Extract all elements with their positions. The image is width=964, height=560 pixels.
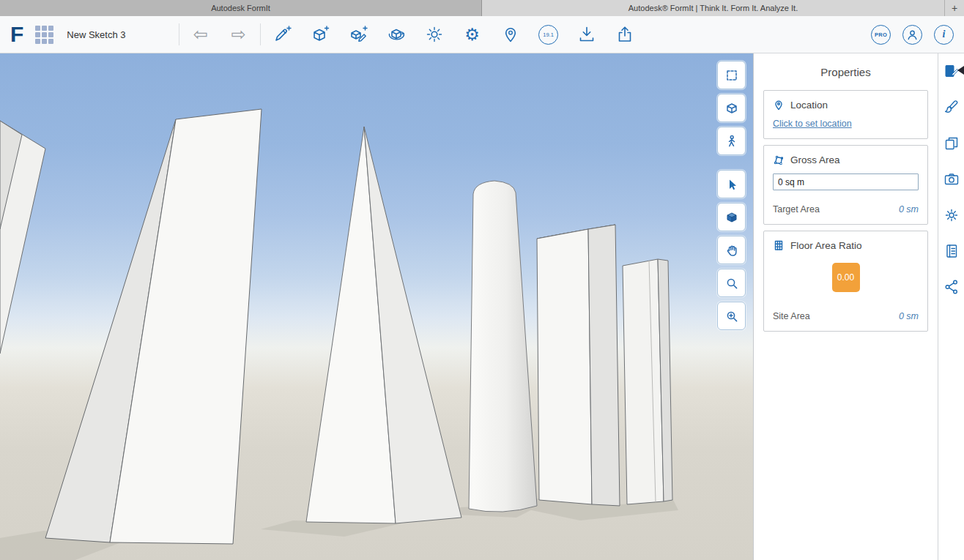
download-icon [577,25,596,44]
building-sliver [0,121,45,354]
materials-tab[interactable] [942,98,961,117]
pro-badge-button[interactable]: PRO [871,25,891,45]
draw-tool-button[interactable] [270,22,294,47]
magnifier-plus-icon [724,309,739,324]
pan-tool-button[interactable] [717,236,746,264]
add-primitive-button[interactable] [308,22,333,47]
import-button[interactable] [574,22,599,47]
location-header: Location [764,91,927,116]
info-icon: i [943,29,946,40]
sun-settings-icon [943,206,960,224]
site-area-value: 0 sm [899,311,919,321]
site-area-row: Site Area 0 sm [764,295,927,331]
notebook-icon [943,242,960,260]
redo-icon: ⇨ [231,26,245,43]
sketch-cube-icon [349,25,368,44]
target-area-label: Target Area [773,204,820,214]
properties-panel: Properties Location Click to set locatio… [753,53,938,560]
user-icon [906,29,919,41]
scenes-tab[interactable] [942,170,961,189]
materials-brush-icon [943,99,960,116]
palette-gap [717,160,746,165]
version-button[interactable]: 19.1 [536,22,561,47]
notebook-tab[interactable] [942,242,961,261]
sun-settings-tab[interactable] [942,206,961,225]
cursor-icon [724,177,739,192]
export-share-icon [615,25,634,44]
far-value-badge: 0.00 [832,263,860,292]
building-pyramid [306,127,461,523]
gross-area-label: Gross Area [790,154,840,165]
share-tab[interactable] [942,277,961,296]
sun-icon [425,25,444,44]
solid-cube-icon [724,210,739,225]
far-label: Floor Area Ratio [790,240,862,251]
sketch-cube-button[interactable] [346,22,371,47]
gross-area-header: Gross Area [764,146,927,171]
target-area-row: Target Area 0 sm [764,193,927,224]
view-tools-palette [717,61,746,330]
browser-tab-active[interactable]: Autodesk® FormIt | Think It. Form It. An… [482,0,944,16]
gross-area-icon [773,154,785,165]
set-location-link[interactable]: Click to set location [764,116,927,138]
building-obelisk-large [45,109,262,544]
tab-title: Autodesk® FormIt | Think It. Form It. An… [629,4,798,12]
browser-tab-inactive[interactable]: Autodesk FormIt [0,0,482,16]
tab-title: Autodesk FormIt [211,4,270,12]
zoom-button[interactable] [717,269,746,297]
model-canvas[interactable] [0,53,753,560]
site-area-label: Site Area [773,311,810,321]
redo-button[interactable]: ⇨ [226,22,251,47]
settings-button[interactable]: ⚙ [460,22,485,47]
location-pin-icon [501,25,520,44]
export-button[interactable] [612,22,637,47]
floor-area-ratio-icon [773,239,785,251]
app-window: Autodesk FormIt Autodesk® FormIt | Think… [0,0,964,560]
browser-tab-bar: Autodesk FormIt Autodesk® FormIt | Think… [0,0,964,16]
sketch-name[interactable]: New Sketch 3 [67,29,125,40]
zoom-window-button[interactable] [717,302,746,330]
viewcube-button[interactable] [717,203,746,231]
3d-scene [0,53,753,560]
location-label: Location [790,100,828,111]
walkthrough-button[interactable] [717,127,746,155]
location-pin-icon [773,99,785,111]
toolbar-right-cluster: PRO i [871,25,954,45]
panel-title: Properties [754,53,938,90]
floor-area-ratio-card: Floor Area Ratio 0.00 Site Area 0 sm [763,231,928,332]
toolbar-divider [260,23,261,45]
main-toolbar: F New Sketch 3 ⇦ ⇨ [0,16,964,53]
gross-area-card: Gross Area Target Area 0 sm [763,145,928,225]
building-cone [469,181,537,512]
layers-pages-icon [943,135,960,152]
sun-shadows-button[interactable] [422,22,447,47]
version-badge: 19.1 [538,25,558,45]
select-tool-button[interactable] [717,170,746,198]
target-area-value: 0 sm [899,204,919,214]
scenes-camera-icon [943,171,960,188]
magnifier-icon [724,276,739,291]
orbit-cube-icon [724,101,739,116]
frame-select-button[interactable] [717,61,746,89]
far-header: Floor Area Ratio [764,231,927,257]
orbit-button[interactable] [717,94,746,122]
building-box-tower [537,225,620,506]
gear-icon: ⚙ [464,26,480,43]
gross-area-input[interactable] [773,173,919,190]
new-tab-button[interactable]: + [944,0,964,16]
location-button[interactable] [498,22,523,47]
undo-icon: ⇦ [193,26,207,43]
location-card: Location Click to set location [763,90,928,139]
orbit-box-button[interactable] [384,22,409,47]
layers-tab[interactable] [942,134,961,153]
building-slab [623,259,672,504]
collapse-panel-arrow-icon[interactable] [957,66,964,75]
undo-button[interactable]: ⇦ [188,22,213,47]
app-grid-icon[interactable] [35,26,53,44]
content-area: Properties Location Click to set locatio… [0,53,964,560]
info-button[interactable]: i [934,25,954,45]
formit-logo[interactable]: F [10,23,23,45]
toolbar-divider [179,23,179,45]
walk-person-icon [724,134,739,149]
account-button[interactable] [902,25,922,45]
